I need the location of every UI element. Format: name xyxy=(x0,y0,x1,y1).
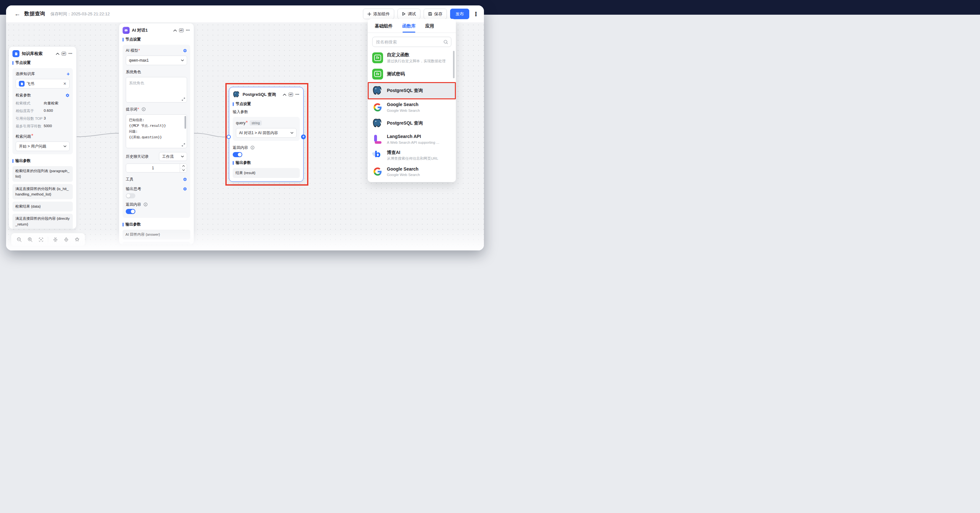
query-source-select[interactable]: AI 对话1 > AI 回答内容 xyxy=(236,128,297,138)
expand-all-button[interactable] xyxy=(61,235,71,244)
list-item-test-password[interactable]: fx 测试密码 xyxy=(368,66,456,82)
debug-button[interactable]: 调试 xyxy=(398,9,420,19)
google-icon xyxy=(372,102,383,113)
query-param-name: query xyxy=(236,121,245,125)
return-content-toggle[interactable] xyxy=(233,152,242,157)
expand-icon[interactable] xyxy=(181,143,185,147)
history-mode-select[interactable]: 工作流 xyxy=(159,152,187,161)
fx-icon: fx xyxy=(372,53,383,63)
param-row: 引用分段数 TOP3 xyxy=(16,116,70,121)
node-menu-icon[interactable]: ⋯ xyxy=(295,93,300,96)
save-button[interactable]: 保存 xyxy=(423,9,447,19)
node-postgresql-query[interactable]: PostgreSQL 查询 all ⋯ 节点设置 输入参数 query* str… xyxy=(229,87,304,182)
run-all-badge-icon[interactable]: all xyxy=(62,52,66,56)
list-item-langsearch-api[interactable]: LangSearch APIA Web Search API supportin… xyxy=(368,131,456,147)
chevron-down-icon xyxy=(181,156,184,158)
system-role-textarea[interactable]: 系统角色 xyxy=(126,77,187,102)
page-title: 数据查询 xyxy=(24,11,45,17)
tab-applications[interactable]: 应用 xyxy=(425,19,435,33)
param-row: 检索模式向量检索 xyxy=(16,101,70,106)
zoom-out-button[interactable] xyxy=(14,235,24,244)
chevron-down-icon xyxy=(181,59,184,61)
search-icon xyxy=(443,40,448,45)
tools-label: 工具 xyxy=(126,177,134,182)
collapse-node-icon[interactable] xyxy=(173,29,177,32)
spinner-down-icon[interactable] xyxy=(180,168,187,172)
textarea-scrollbar[interactable] xyxy=(185,116,186,129)
search-input[interactable] xyxy=(372,37,451,47)
output-param-row: 满足直接回答的分段列表 {is_hit_handling_method_list… xyxy=(13,184,73,200)
selected-knowledge-base[interactable]: 飞书 ✕ xyxy=(16,79,70,89)
history-count-input[interactable] xyxy=(126,164,187,172)
select-kb-label: 选择知识库 xyxy=(16,71,35,76)
input-port[interactable] xyxy=(227,135,231,139)
add-knowledge-base-icon[interactable]: + xyxy=(67,72,70,76)
component-library-panel: 基础组件 函数库 应用 fx 自定义函数通过执行自定义脚本，实现数据处理 fx … xyxy=(368,19,456,182)
tab-function-library[interactable]: 函数库 xyxy=(402,19,416,33)
system-role-label: 系统角色 xyxy=(126,70,141,74)
publish-button[interactable]: 发布 xyxy=(450,9,469,19)
run-all-badge-icon[interactable]: all xyxy=(289,92,293,96)
list-item-postgresql-query[interactable]: PostgreSQL 查询 xyxy=(368,115,456,131)
node-knowledge-retrieval[interactable]: 知识库检索 all ⋯ 节点设置 选择知识库 + 飞书 ✕ xyxy=(9,46,76,229)
list-item-postgresql-query-highlighted[interactable]: PostgreSQL 查询 xyxy=(368,82,456,99)
back-arrow-icon[interactable]: ← xyxy=(14,11,21,18)
add-connection-icon[interactable]: + xyxy=(301,134,306,139)
ai-model-select[interactable]: qwen-max1 xyxy=(126,56,187,65)
tools-gear-icon[interactable] xyxy=(183,177,187,182)
output-param-row: 结果 {result} xyxy=(233,168,300,178)
tab-basic-components[interactable]: 基础组件 xyxy=(374,19,393,33)
add-component-button[interactable]: 添加组件 xyxy=(363,9,394,19)
output-param-row: 满足直接回答的分段内容 {directly_return} xyxy=(13,214,73,229)
node-menu-icon[interactable]: ⋯ xyxy=(68,53,73,55)
return-content-label: 返回内容 xyxy=(126,202,141,207)
expand-icon[interactable] xyxy=(181,97,185,101)
toolbar-divider xyxy=(48,237,48,242)
list-item-google-search[interactable]: Google SearchGoogle Web Search xyxy=(368,164,456,180)
model-settings-gear-icon[interactable] xyxy=(183,49,187,53)
section-output-params: 输出参数 xyxy=(233,160,300,166)
more-menu-icon[interactable]: ••• xyxy=(473,11,479,16)
thinking-toggle[interactable] xyxy=(126,193,135,198)
remove-kb-icon[interactable]: ✕ xyxy=(63,81,67,86)
node-title: PostgreSQL 查询 xyxy=(243,92,281,97)
fit-view-button[interactable] xyxy=(36,235,46,244)
question-source-select[interactable]: 开始 > 用户问题 xyxy=(16,142,70,151)
feishu-doc-icon xyxy=(19,81,25,86)
chevron-down-icon xyxy=(291,132,293,134)
info-icon xyxy=(251,146,255,150)
plus-icon xyxy=(368,12,371,16)
param-type-chip: string xyxy=(250,120,262,126)
canvas-toolbar xyxy=(11,233,85,246)
spinner-up-icon[interactable] xyxy=(180,164,187,168)
list-item-bocha-ai[interactable]: b 博查AI从博查搜索任何信息和网页URL xyxy=(368,147,456,164)
beautify-layout-button[interactable] xyxy=(72,235,82,244)
fx-icon: fx xyxy=(372,69,383,80)
param-row: 相似度高于0.600 xyxy=(16,108,70,113)
ai-model-label: AI 模型 xyxy=(126,48,138,53)
ai-chat-icon xyxy=(123,27,130,34)
thinking-gear-icon[interactable] xyxy=(183,187,187,191)
list-item-custom-function[interactable]: fx 自定义函数通过执行自定义脚本，实现数据处理 xyxy=(368,49,456,66)
prompt-textarea[interactable]: 已知信息: {{MCP 节点.result}} 问题: {{开始.questio… xyxy=(126,114,187,148)
history-count-value[interactable] xyxy=(126,164,180,172)
save-time-text: 保存时间：2025-03-25 21:22:12 xyxy=(51,11,110,17)
search-params-gear-icon[interactable] xyxy=(65,93,70,97)
prompt-content: 已知信息: {{MCP 节点.result}} 问题: {{开始.questio… xyxy=(129,117,184,140)
collapse-node-icon[interactable] xyxy=(283,94,286,96)
bocha-ai-icon: b xyxy=(372,150,383,161)
list-item-google-search[interactable]: Google SearchGoogle Web Search xyxy=(368,99,456,115)
section-node-settings: 节点设置 xyxy=(123,37,190,42)
collapse-all-button[interactable] xyxy=(51,235,60,244)
collapse-node-icon[interactable] xyxy=(56,53,59,55)
panel-scrollbar[interactable] xyxy=(453,51,455,78)
zoom-in-button[interactable] xyxy=(25,235,35,244)
panel-tabs: 基础组件 函数库 应用 xyxy=(368,19,456,33)
number-spinner[interactable] xyxy=(180,164,187,172)
node-ai-chat[interactable]: AI 对话1 all ⋯ 节点设置 AI 模型* qwen-max1 系统角色 xyxy=(119,23,194,245)
return-content-toggle[interactable] xyxy=(126,209,135,214)
run-all-badge-icon[interactable]: all xyxy=(179,29,183,32)
param-row: 最多引用字符数5000 xyxy=(16,124,70,129)
section-node-settings: 节点设置 xyxy=(13,60,73,65)
node-menu-icon[interactable]: ⋯ xyxy=(186,29,190,32)
